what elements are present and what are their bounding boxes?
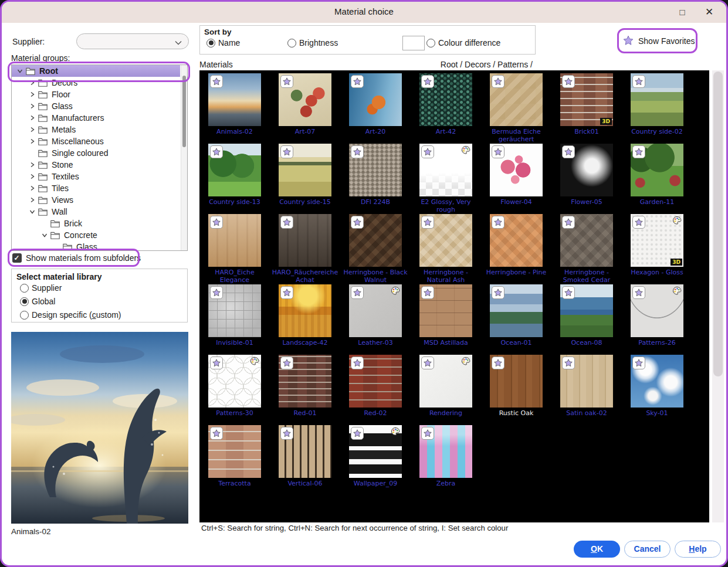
- chevron-down-icon[interactable]: [28, 208, 36, 216]
- material-thumbnail[interactable]: [208, 214, 261, 267]
- material-thumbnail[interactable]: [279, 425, 331, 478]
- material-thumbnail[interactable]: [208, 284, 261, 337]
- material-item[interactable]: E2 Glossy, Very rough: [411, 144, 481, 214]
- material-thumbnail[interactable]: [419, 355, 472, 408]
- material-item[interactable]: DFI 224B: [340, 144, 411, 214]
- sort-option-colour-difference[interactable]: Colour difference: [426, 38, 500, 47]
- tree-item-wall[interactable]: Wall: [12, 206, 180, 218]
- material-item[interactable]: Satin oak-02: [551, 355, 622, 425]
- material-item[interactable]: Leather-03: [340, 284, 411, 355]
- tree-item-root[interactable]: Root: [12, 65, 180, 77]
- radio-icon[interactable]: [20, 311, 29, 320]
- chevron-right-icon[interactable]: [28, 114, 36, 123]
- material-thumbnail[interactable]: 3D: [631, 214, 683, 267]
- chevron-right-icon[interactable]: [28, 172, 36, 181]
- tree-item-glass[interactable]: Glass: [12, 241, 180, 251]
- material-thumbnail[interactable]: [560, 214, 613, 267]
- material-thumbnail[interactable]: [208, 355, 261, 408]
- tree-item-tiles[interactable]: Tiles: [12, 182, 180, 194]
- material-thumbnail[interactable]: [349, 144, 402, 196]
- material-thumbnail[interactable]: [349, 355, 402, 408]
- material-thumbnail[interactable]: [419, 284, 472, 337]
- material-thumbnail[interactable]: [631, 355, 683, 408]
- material-thumbnail[interactable]: [349, 284, 402, 337]
- material-thumbnail[interactable]: [279, 355, 331, 408]
- material-thumbnail[interactable]: [631, 284, 683, 337]
- chevron-right-icon[interactable]: [28, 137, 36, 146]
- material-item[interactable]: Flower-04: [481, 144, 551, 214]
- material-thumbnail[interactable]: [208, 425, 261, 478]
- material-item[interactable]: Rendering: [411, 355, 481, 425]
- tree-item-brick[interactable]: Brick: [12, 218, 180, 229]
- material-thumbnail[interactable]: [490, 214, 543, 267]
- chevron-down-icon[interactable]: [15, 67, 24, 76]
- tree-item-glass[interactable]: Glass: [12, 100, 180, 112]
- material-thumbnail[interactable]: [419, 425, 472, 478]
- material-thumbnail[interactable]: [349, 214, 402, 267]
- material-item[interactable]: Bermuda Eiche geräuchert: [481, 73, 551, 144]
- supplier-select[interactable]: [76, 33, 189, 49]
- material-item[interactable]: HARO_Eiche Elegance: [199, 214, 270, 284]
- radio-icon[interactable]: [20, 284, 29, 293]
- material-item[interactable]: Garden-11: [622, 144, 692, 214]
- colour-swatch[interactable]: [402, 36, 425, 50]
- library-option-supplier[interactable]: Supplier: [20, 283, 62, 293]
- material-item[interactable]: Art-42: [411, 73, 481, 144]
- tree-item-manufacturers[interactable]: Manufacturers: [12, 112, 180, 124]
- material-thumbnail[interactable]: [279, 284, 331, 337]
- material-thumbnail[interactable]: [560, 144, 613, 196]
- material-thumbnail[interactable]: [560, 284, 613, 337]
- close-button[interactable]: ✕: [702, 5, 717, 19]
- maximize-button[interactable]: □: [675, 5, 690, 19]
- help-button[interactable]: Help: [675, 541, 721, 558]
- show-subfolders-checkbox[interactable]: Show materials from subfolders: [12, 253, 141, 263]
- material-thumbnail[interactable]: [631, 73, 683, 126]
- chevron-right-icon[interactable]: [28, 196, 36, 205]
- material-thumbnail[interactable]: [419, 214, 472, 267]
- tree-item-stone[interactable]: Stone: [12, 159, 180, 171]
- material-item[interactable]: Zebra: [411, 425, 481, 495]
- material-thumbnail[interactable]: [419, 144, 472, 196]
- material-item[interactable]: Red-01: [270, 355, 340, 425]
- tree-item-textiles[interactable]: Textiles: [12, 171, 180, 182]
- material-thumbnail[interactable]: [490, 284, 543, 337]
- library-option-global[interactable]: Global: [20, 297, 55, 306]
- material-item[interactable]: Red-02: [340, 355, 411, 425]
- chevron-right-icon[interactable]: [28, 90, 36, 99]
- breadcrumb[interactable]: Root / Decors / Patterns /: [354, 60, 533, 69]
- chevron-right-icon[interactable]: [28, 125, 36, 134]
- material-item[interactable]: Country side-13: [199, 144, 270, 214]
- tree-item-metals[interactable]: Metals: [12, 124, 180, 135]
- material-item[interactable]: Terracotta: [199, 425, 270, 495]
- material-thumbnail[interactable]: [279, 144, 331, 196]
- material-item[interactable]: Rustic Oak: [481, 355, 551, 425]
- chevron-right-icon[interactable]: [28, 79, 36, 87]
- material-item[interactable]: Country side-15: [270, 144, 340, 214]
- show-favorites-button[interactable]: Show Favorites: [622, 32, 695, 50]
- radio-icon[interactable]: [287, 39, 296, 47]
- material-thumbnail[interactable]: [631, 144, 683, 196]
- material-item[interactable]: MSD Astillada: [411, 284, 481, 355]
- material-thumbnail[interactable]: [208, 144, 261, 196]
- material-item[interactable]: Herringbone - Black Walnut: [340, 214, 411, 284]
- material-item[interactable]: Herringbone - Smoked Cedar: [551, 214, 622, 284]
- material-item[interactable]: 3DBrick01: [551, 73, 622, 144]
- material-thumbnail[interactable]: [349, 425, 402, 478]
- material-groups-tree[interactable]: RootDecorsFloorGlassManufacturersMetalsM…: [11, 64, 188, 251]
- material-item[interactable]: Art-20: [340, 73, 411, 144]
- material-thumbnail[interactable]: [560, 355, 613, 408]
- tree-scrollbar[interactable]: [181, 65, 187, 250]
- tree-item-floor[interactable]: Floor: [12, 89, 180, 100]
- material-item[interactable]: Landscape-42: [270, 284, 340, 355]
- material-thumbnail[interactable]: [490, 144, 543, 196]
- chevron-right-icon[interactable]: [28, 161, 36, 169]
- material-thumbnail[interactable]: [279, 73, 331, 126]
- tree-item-miscellaneous[interactable]: Miscellaneous: [12, 135, 180, 147]
- material-thumbnail[interactable]: [279, 214, 331, 267]
- material-item[interactable]: Herringbone - Pine: [481, 214, 551, 284]
- material-thumbnail[interactable]: [419, 73, 472, 126]
- material-item[interactable]: Patterns-30: [199, 355, 270, 425]
- material-thumbnail[interactable]: 3D: [560, 73, 613, 126]
- tree-scrollbar-thumb[interactable]: [182, 76, 186, 147]
- material-item[interactable]: Sky-01: [622, 355, 692, 425]
